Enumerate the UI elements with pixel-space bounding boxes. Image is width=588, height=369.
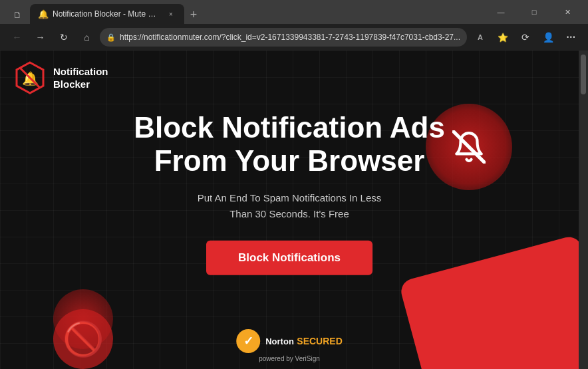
new-tab-button[interactable]: +: [184, 5, 203, 24]
refresh2-button[interactable]: ⟳: [515, 27, 536, 48]
hero-subtext: Put An End To Spam Notifications In Less…: [90, 190, 489, 222]
logo-icon: 🔔: [13, 61, 47, 94]
menu-button[interactable]: ⋯: [560, 27, 581, 48]
tab-title: Notification Blocker - Mute Noti...: [53, 9, 159, 19]
norton-checkmark-icon: ✓: [236, 329, 260, 353]
profile-button[interactable]: 👤: [537, 27, 559, 48]
subtext-line1: Put An End To Spam Notifications In Less: [198, 192, 382, 203]
norton-badge-inner: ✓ Norton SECURED: [236, 329, 343, 353]
title-bar: 🗋 🔔 Notification Blocker - Mute Noti... …: [0, 0, 588, 24]
norton-text: Norton SECURED: [265, 335, 343, 347]
no-entry-icon-circle: 🚫: [53, 309, 113, 369]
close-button[interactable]: ✕: [552, 0, 583, 24]
new-tab-placeholder: 🗋: [5, 5, 30, 24]
subtext-line2: Than 30 Seconds. It's Free: [229, 208, 349, 219]
maximize-button[interactable]: □: [519, 0, 549, 24]
tab-close-button[interactable]: ×: [166, 9, 176, 19]
translate-button[interactable]: A: [470, 27, 491, 48]
browser-window: 🗋 🔔 Notification Blocker - Mute Noti... …: [0, 0, 588, 369]
active-tab[interactable]: 🔔 Notification Blocker - Mute Noti... ×: [30, 4, 184, 24]
new-tab-icon: 🗋: [13, 10, 22, 20]
scrollbar[interactable]: [579, 51, 588, 369]
headline-line1: Block Notification Ads: [134, 110, 445, 143]
home-button[interactable]: ⌂: [76, 27, 97, 48]
back-button[interactable]: ←: [7, 27, 27, 48]
tab-favicon: 🔔: [38, 9, 49, 19]
minimize-button[interactable]: —: [486, 0, 516, 24]
norton-powered-text: powered by VeriSign: [259, 355, 320, 362]
nav-right-buttons: A ⭐ ⟳ 👤 ⋯: [470, 27, 581, 48]
nav-bar: ← → ↻ ⌂ 🔒 https://notificationmuter.com/…: [0, 24, 588, 51]
forward-button[interactable]: →: [30, 27, 51, 48]
window-controls: — □ ✕: [486, 0, 583, 24]
norton-secured-label: SECURED: [297, 336, 342, 346]
site-logo: 🔔 Notification Blocker: [13, 61, 108, 94]
scrollbar-thumb[interactable]: [581, 55, 586, 94]
webpage: 🚫 🔔 Notification Blocker: [0, 51, 579, 369]
block-notifications-button[interactable]: Block Notifications: [206, 241, 372, 275]
norton-brand-label: Norton: [265, 336, 294, 346]
tab-bar: 🗋 🔔 Notification Blocker - Mute Noti... …: [5, 0, 478, 24]
address-bar[interactable]: 🔒 https://notificationmuter.com/?click_i…: [100, 28, 467, 47]
refresh-button[interactable]: ↻: [53, 27, 74, 48]
logo-text: Notification Blocker: [53, 65, 108, 91]
headline-line2: From Your Browser: [154, 144, 425, 177]
url-text: https://notificationmuter.com/?click_id=…: [120, 33, 460, 42]
content-area: 🚫 🔔 Notification Blocker: [0, 51, 588, 369]
favorites-button[interactable]: ⭐: [492, 27, 514, 48]
security-lock-icon: 🔒: [106, 33, 116, 42]
hero-headline: Block Notification Ads From Your Browser: [90, 110, 489, 178]
hero-section: Block Notification Ads From Your Browser…: [90, 110, 489, 291]
norton-secured-text: Norton SECURED: [265, 335, 343, 347]
norton-badge: ✓ Norton SECURED powered by VeriSign: [236, 329, 343, 362]
no-entry-icon: 🚫: [63, 322, 104, 356]
